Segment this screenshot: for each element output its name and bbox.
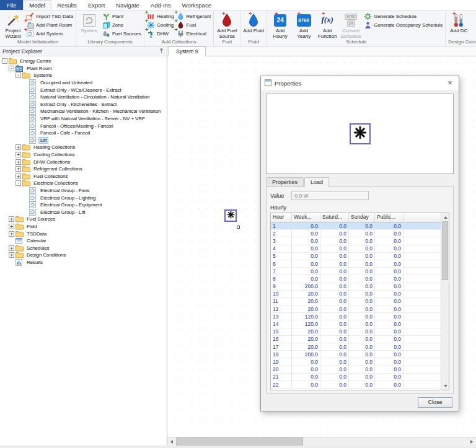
table-vertical-scrollbar[interactable] <box>441 213 449 390</box>
scroll-up-icon[interactable] <box>441 213 449 221</box>
expand-icon[interactable]: + <box>15 144 21 150</box>
hour-cell[interactable]: 8 <box>271 275 292 283</box>
add-function-button[interactable]: f(x) + Add Function <box>315 12 339 39</box>
hourly-row-2[interactable]: 20.00.00.00.0 <box>271 230 441 237</box>
tab-system-9[interactable]: System 9 <box>168 46 206 56</box>
value-cell[interactable]: 0.0 <box>320 237 349 245</box>
scroll-down-icon[interactable] <box>441 382 449 390</box>
value-cell[interactable]: 0.0 <box>320 230 349 237</box>
ribbon-tab-add-ins[interactable]: Add-Ins <box>145 0 177 10</box>
value-cell[interactable]: 0.0 <box>375 336 403 343</box>
hour-cell[interactable]: 16 <box>271 336 292 343</box>
tree-item-fluid[interactable]: +Fluid <box>0 223 167 231</box>
expand-icon[interactable]: + <box>9 231 14 237</box>
value-cell[interactable]: 0.0 <box>375 268 403 275</box>
column-header-sunday[interactable]: Sunday <box>349 213 375 222</box>
value-cell[interactable]: 0.0 <box>320 381 349 389</box>
tab-properties[interactable]: Properties <box>266 177 304 187</box>
hourly-row-17[interactable]: 1720.00.00.00.0 <box>271 343 441 351</box>
hour-cell[interactable]: 3 <box>271 237 292 245</box>
value-cell[interactable]: 20.0 <box>292 291 320 298</box>
value-cell[interactable]: 0.0 <box>349 374 375 381</box>
hourly-row-22[interactable]: 220.00.00.00.0 <box>271 381 441 389</box>
collapse-icon[interactable]: - <box>2 58 7 64</box>
value-cell[interactable]: 0.0 <box>375 283 403 291</box>
scroll-right-icon[interactable] <box>467 437 476 446</box>
hour-cell[interactable]: 7 <box>271 268 292 275</box>
value-cell[interactable]: 20.0 <box>292 328 320 336</box>
value-cell[interactable]: 0.0 <box>349 381 375 389</box>
value-cell[interactable]: 0.0 <box>320 328 349 336</box>
tree-item-electrical-group-lighting[interactable]: Electrical Group - Lighting <box>0 194 167 201</box>
tree-item-extract-only-kitchenettes-extract[interactable]: Extract Only - Kitchenettes - Extract <box>0 101 167 108</box>
close-button[interactable]: Close <box>418 397 452 408</box>
hourly-row-16[interactable]: 1620.00.00.00.0 <box>271 336 441 343</box>
hour-cell[interactable]: 2 <box>271 230 292 237</box>
hourly-row-14[interactable]: 14120.00.00.00.0 <box>271 320 441 328</box>
close-icon[interactable]: × <box>441 76 459 90</box>
value-cell[interactable]: 0.0 <box>349 358 375 366</box>
value-cell[interactable]: 0.0 <box>320 245 349 253</box>
hour-cell[interactable]: 9 <box>271 283 292 291</box>
add-yearly-button[interactable]: 8760 + Add Yearly <box>292 12 315 39</box>
tree-item-cooling-collections[interactable]: +Cooling Collections <box>0 151 167 159</box>
column-header-week[interactable]: Week... <box>292 213 320 222</box>
value-cell[interactable]: 0.0 <box>292 275 320 283</box>
value-cell[interactable]: 20.0 <box>292 298 320 305</box>
value-cell[interactable]: 0.0 <box>349 222 375 230</box>
tab-load[interactable]: Load <box>304 177 329 187</box>
tree-item-electrical-group-fans[interactable]: Electrical Group - Fans <box>0 187 167 195</box>
value-cell[interactable]: 0.0 <box>320 283 349 291</box>
hourly-row-6[interactable]: 60.00.00.00.0 <box>271 260 441 268</box>
value-cell[interactable]: 0.0 <box>320 366 349 374</box>
tree-item-fuel-sources[interactable]: +Fuel Sources <box>0 216 167 223</box>
tree-item-tsddata[interactable]: +TSDData <box>0 230 167 237</box>
canvas-load-component[interactable] <box>224 209 237 222</box>
value-cell[interactable]: 200.0 <box>292 283 320 291</box>
dialog-titlebar[interactable]: Properties × <box>261 76 459 90</box>
collapse-icon[interactable]: - <box>15 72 21 78</box>
hourly-row-1[interactable]: 10.00.00.00.0 <box>271 222 441 230</box>
hour-cell[interactable]: 21 <box>271 374 292 381</box>
ribbon-tab-navigate[interactable]: Navigate <box>110 0 145 10</box>
add-plant-room-button[interactable]: + Add Plant Room <box>25 20 74 29</box>
value-cell[interactable]: 120.0 <box>292 313 320 320</box>
project-wizard-button[interactable]: Project Wizard <box>1 12 25 39</box>
value-cell[interactable]: 0.0 <box>375 366 403 374</box>
value-cell[interactable]: 0.0 <box>375 374 403 381</box>
value-cell[interactable]: 0.0 <box>349 336 375 343</box>
value-input[interactable]: 0.0 W <box>291 191 369 200</box>
add-dhw-collection-button[interactable]: + DHW <box>146 29 175 38</box>
value-cell[interactable]: 0.0 <box>349 291 375 298</box>
value-cell[interactable]: 0.0 <box>375 237 403 245</box>
value-cell[interactable]: 0.0 <box>349 366 375 374</box>
value-cell[interactable]: 0.0 <box>349 343 375 351</box>
tree-item-natural-ventilation-circulation-natural-ventilation[interactable]: Natural Ventilation - Circulation - Natu… <box>0 94 167 101</box>
scrollbar-thumb[interactable] <box>176 437 303 446</box>
ribbon-tab-workspace[interactable]: Workspace <box>177 0 217 10</box>
value-cell[interactable]: 0.0 <box>349 313 375 320</box>
column-header-hour[interactable]: Hour <box>271 213 292 222</box>
tree-item-lift[interactable]: Lift <box>0 137 167 144</box>
value-cell[interactable]: 0.0 <box>375 320 403 328</box>
hour-cell[interactable]: 11 <box>271 298 292 305</box>
value-cell[interactable]: 0.0 <box>320 260 349 268</box>
tree-item-systems[interactable]: -Systems <box>0 72 167 79</box>
hourly-row-19[interactable]: 190.00.00.00.0 <box>271 358 441 366</box>
ribbon-tab-model[interactable]: Model <box>23 0 51 10</box>
value-cell[interactable]: 0.0 <box>292 374 320 381</box>
add-heating-collection-button[interactable]: + Heating <box>146 12 175 20</box>
value-cell[interactable]: 0.0 <box>320 358 349 366</box>
ribbon-tab-results[interactable]: Results <box>51 0 82 10</box>
hourly-row-15[interactable]: 1520.00.00.00.0 <box>271 328 441 336</box>
expand-icon[interactable]: + <box>9 224 14 229</box>
hour-cell[interactable]: 4 <box>271 245 292 253</box>
value-cell[interactable]: 0.0 <box>292 245 320 253</box>
tree-item-electrical-group-lift[interactable]: Electrical Group - Lift <box>0 208 167 216</box>
value-cell[interactable]: 0.0 <box>320 305 349 313</box>
value-cell[interactable]: 20.0 <box>292 305 320 313</box>
hour-cell[interactable]: 5 <box>271 253 292 260</box>
tree-item-schedules[interactable]: +Schedules <box>0 244 167 252</box>
import-tsd-data-button[interactable]: Import TSD Data <box>25 12 74 20</box>
expand-icon[interactable]: + <box>15 159 21 165</box>
